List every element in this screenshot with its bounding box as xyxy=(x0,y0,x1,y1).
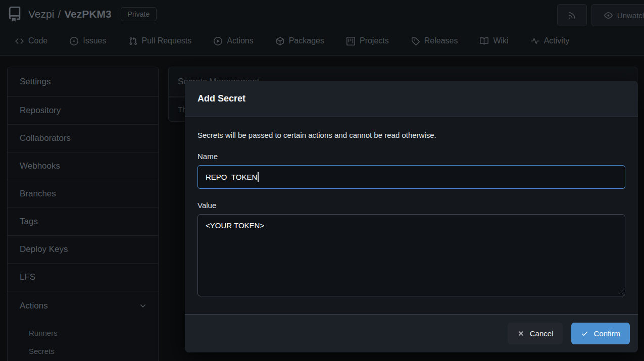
app-screen: Vezpi / VezPKM3 Private Unwatch Code Iss xyxy=(0,0,644,361)
sidebar-item-settings[interactable]: Settings xyxy=(8,67,158,96)
repo-breadcrumb: Vezpi / VezPKM3 xyxy=(28,8,112,20)
modal-description: Secrets will be passed to certain action… xyxy=(197,131,625,139)
repo-title-row: Vezpi / VezPKM3 Private xyxy=(7,7,157,22)
private-badge: Private xyxy=(121,7,157,21)
tab-code[interactable]: Code xyxy=(15,36,47,45)
sidebar-item-label: Repository xyxy=(20,106,61,116)
secret-value-textarea[interactable]: <YOUR TOKEN> xyxy=(197,214,625,296)
sidebar-subitem-label: Runners xyxy=(29,329,58,337)
tab-projects[interactable]: Projects xyxy=(346,36,389,45)
modal-body: Secrets will be passed to certain action… xyxy=(185,117,638,296)
sidebar-item-label: Actions xyxy=(20,301,48,311)
sidebar-item-deploy-keys[interactable]: Deploy Keys xyxy=(8,235,158,263)
sidebar-item-label: Settings xyxy=(20,77,51,87)
sidebar-actions-sublist: Runners Secrets xyxy=(8,321,158,361)
sidebar-item-label: Branches xyxy=(20,189,56,199)
tab-wiki[interactable]: Wiki xyxy=(480,36,508,45)
check-icon xyxy=(581,330,588,337)
tab-label: Projects xyxy=(360,36,389,45)
package-icon xyxy=(276,37,284,45)
sidebar-item-label: Tags xyxy=(20,217,38,227)
git-pull-request-icon xyxy=(129,37,137,45)
tab-label: Releases xyxy=(424,36,458,45)
sidebar-item-label: Collaborators xyxy=(20,133,71,143)
modal-title: Add Secret xyxy=(197,93,245,104)
unwatch-label: Unwatch xyxy=(617,11,644,20)
repo-book-icon xyxy=(7,7,22,22)
sidebar-item-collaborators[interactable]: Collaborators xyxy=(8,124,158,152)
chevron-down-icon xyxy=(139,302,147,310)
repo-name-link[interactable]: VezPKM3 xyxy=(64,8,111,20)
sidebar-item-branches[interactable]: Branches xyxy=(8,180,158,208)
tab-releases[interactable]: Releases xyxy=(411,36,458,45)
sidebar-item-secrets[interactable]: Secrets xyxy=(8,342,158,360)
cancel-button[interactable]: Cancel xyxy=(508,323,563,344)
x-icon xyxy=(517,330,525,337)
tab-issues[interactable]: Issues xyxy=(70,36,106,45)
sidebar-item-label: Webhooks xyxy=(20,161,60,171)
tab-label: Wiki xyxy=(493,36,508,45)
sidebar-item-label: Deploy Keys xyxy=(20,244,68,254)
breadcrumb-separator: / xyxy=(58,8,61,20)
sidebar-item-webhooks[interactable]: Webhooks xyxy=(8,152,158,180)
sidebar-item-tags[interactable]: Tags xyxy=(8,208,158,235)
sidebar-item-label: LFS xyxy=(20,272,35,282)
tab-label: Pull Requests xyxy=(142,36,192,45)
sidebar-item-lfs[interactable]: LFS xyxy=(8,263,158,291)
tab-packages[interactable]: Packages xyxy=(276,36,324,45)
secret-name-input[interactable]: REPO_TOKEN xyxy=(197,165,625,189)
tab-label: Actions xyxy=(227,36,253,45)
repo-owner-link[interactable]: Vezpi xyxy=(28,8,54,20)
modal-header: Add Secret xyxy=(185,81,638,117)
sidebar-subitem-label: Secrets xyxy=(29,347,55,355)
pulse-icon xyxy=(531,37,539,45)
modal-footer: Cancel Confirm xyxy=(185,314,638,352)
text-caret xyxy=(258,172,259,182)
tab-label: Packages xyxy=(289,36,324,45)
book-icon xyxy=(480,37,488,45)
tab-label: Code xyxy=(28,36,47,45)
tab-activity[interactable]: Activity xyxy=(531,36,570,45)
sidebar-item-repository[interactable]: Repository xyxy=(8,96,158,124)
secret-name-field: Name REPO_TOKEN xyxy=(197,152,625,189)
tag-icon xyxy=(411,37,420,45)
project-board-icon xyxy=(346,37,355,45)
issue-opened-icon xyxy=(70,37,78,45)
sidebar-item-actions[interactable]: Actions xyxy=(8,291,158,321)
sidebar-item-runners[interactable]: Runners xyxy=(8,324,158,342)
rss-icon xyxy=(568,11,576,20)
repo-header: Vezpi / VezPKM3 Private Unwatch Code Iss xyxy=(0,0,644,56)
secret-value-wrap: <YOUR TOKEN> xyxy=(197,214,625,296)
play-circle-icon xyxy=(214,37,222,45)
tab-label: Activity xyxy=(544,36,570,45)
code-icon xyxy=(15,37,24,45)
cancel-label: Cancel xyxy=(530,329,554,338)
sidebar-group-actions: Actions Runners Secrets xyxy=(8,291,158,361)
tab-actions[interactable]: Actions xyxy=(214,36,253,45)
add-secret-modal: Add Secret Secrets will be passed to cer… xyxy=(185,81,638,352)
repo-header-actions: Unwatch xyxy=(557,4,644,26)
tab-pull-requests[interactable]: Pull Requests xyxy=(129,36,192,45)
rss-feed-button[interactable] xyxy=(557,4,587,26)
settings-sidebar: Settings Repository Collaborators Webhoo… xyxy=(7,67,159,361)
repo-tabs: Code Issues Pull Requests Actions Packag… xyxy=(15,33,569,48)
tab-label: Issues xyxy=(83,36,106,45)
value-field-label: Value xyxy=(197,201,625,210)
unwatch-button[interactable]: Unwatch xyxy=(591,4,644,26)
name-field-label: Name xyxy=(197,152,625,161)
eye-icon xyxy=(604,11,613,20)
secret-name-value: REPO_TOKEN xyxy=(206,173,257,181)
confirm-label: Confirm xyxy=(593,329,620,338)
secret-value-field: Value <YOUR TOKEN> xyxy=(197,201,625,296)
confirm-button[interactable]: Confirm xyxy=(571,323,630,344)
